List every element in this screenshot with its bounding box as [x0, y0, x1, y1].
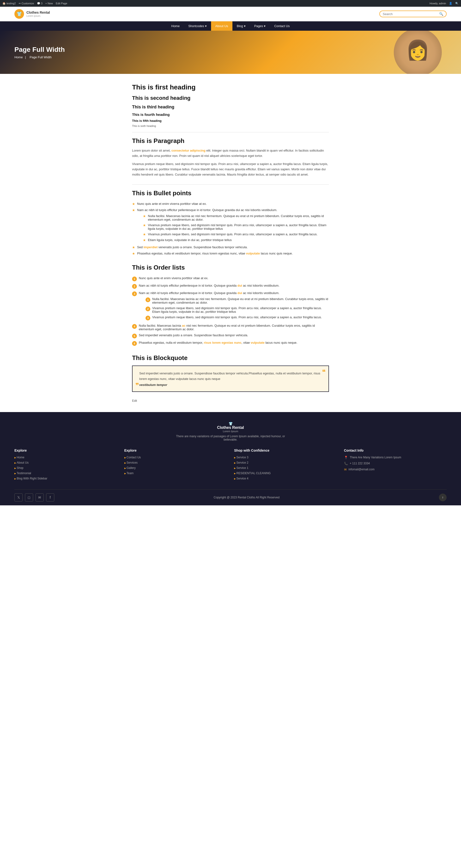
hero-section: Page Full Width Home | Page Full Width	[0, 31, 461, 74]
footer-col-contact: Contact Info 📍 There Are Many Variations…	[344, 448, 447, 482]
para-highlight-link[interactable]: consectetur adipiscing	[171, 149, 205, 152]
search-button[interactable]: 🔍	[439, 12, 443, 16]
order-num-6: 6	[132, 341, 137, 346]
footer-link-gallery[interactable]: Gallery	[124, 466, 227, 470]
order-highlight-2[interactable]: dui	[237, 284, 242, 287]
nav-link-shortcodes[interactable]: Shortcodes ▾	[184, 21, 211, 31]
footer-link-residential[interactable]: RESIDENTIAL CLEANING	[234, 471, 337, 475]
heading-h6: This is sixth heading	[132, 124, 329, 127]
order-sub-num-3: 3	[145, 316, 150, 320]
hero-title: Page Full Width	[15, 46, 65, 54]
bullet-text-1: Nunc quis ante et enim viverra porttitor…	[137, 202, 207, 206]
order-sub-text-3: Vivamus pretium neque libero, sed dignis…	[152, 315, 322, 319]
footer-link-service3[interactable]: Service 3	[234, 456, 337, 459]
nav-item-home[interactable]: Home	[167, 21, 184, 31]
social-facebook[interactable]: f	[46, 493, 54, 501]
nav-item-about[interactable]: About Us	[211, 21, 232, 31]
nav-item-blog[interactable]: Blog ▾	[232, 21, 250, 31]
admin-testing2[interactable]: 🏠 testing2	[2, 2, 16, 5]
order-item-6: 6 Phasellus egestas, nulla et vestibulum…	[132, 340, 329, 347]
footer-link-blog[interactable]: Blog With Right Sidebar	[15, 477, 117, 480]
bullet-sub-2: ★ Vivamus pretium neque libero, sed dign…	[143, 222, 329, 231]
nav-link-pages[interactable]: Pages ▾	[250, 21, 270, 31]
bullet-highlight-3[interactable]: imperdiet	[144, 245, 158, 249]
footer-link-shop[interactable]: Shop	[15, 466, 117, 470]
order-highlight-4[interactable]: ac	[182, 324, 185, 328]
order-num-3: 3	[132, 291, 137, 296]
order-item-5: 5 Sed imperdiet venenatis justo a ornare…	[132, 332, 329, 340]
footer-logo-name: Clothes Rental	[15, 426, 446, 430]
heading-h3: This is third heading	[132, 104, 329, 110]
order-text-6: Phasellus egestas, nulla et vestibulum t…	[139, 341, 297, 344]
order-sub-text-1: Nulla facilisi. Maecenas lacinia ac nisl…	[152, 297, 329, 304]
footer-tagline: There are many variations of passages of…	[171, 435, 290, 441]
footer-link-services[interactable]: Services	[124, 461, 227, 464]
search-input[interactable]	[383, 12, 439, 16]
footer-link-about[interactable]: About Us	[15, 461, 117, 464]
admin-customize[interactable]: ✏ Customize	[19, 2, 34, 5]
bullet-highlight-4[interactable]: vulputate	[246, 252, 260, 255]
admin-comments[interactable]: 💬 3	[37, 2, 42, 5]
heading-h1: This is first heading	[132, 84, 329, 91]
footer-col-title-2: Explore	[124, 448, 227, 452]
bullet-sub-star-4: ★	[143, 238, 146, 242]
nav-link-blog[interactable]: Blog ▾	[232, 21, 250, 31]
social-twitter[interactable]: 𝕏	[15, 493, 23, 501]
bullet-item-4: ★ Phasellus egestas, nulla et vestibulum…	[132, 250, 329, 257]
footer-columns: Explore Home About Us Shop Testimonial B…	[15, 448, 446, 489]
footer-link-home[interactable]: Home	[15, 456, 117, 459]
order-highlight-6b[interactable]: vulputate	[251, 341, 265, 344]
admin-new[interactable]: + New	[46, 2, 53, 5]
back-to-top-button[interactable]: ↑	[439, 494, 446, 501]
footer-bottom: 𝕏 ◻ ✉ f Copyright @ 2023 Rental Cloths A…	[15, 489, 446, 505]
footer-link-service1[interactable]: Service 1	[234, 466, 337, 470]
footer-link-service4[interactable]: Service 4	[234, 477, 337, 480]
nav-item-pages[interactable]: Pages ▾	[250, 21, 270, 31]
nav-item-contact[interactable]: Contact Us	[270, 21, 294, 31]
order-item-3-content: Nam ac nibh id turpis efficitur pellente…	[139, 291, 329, 321]
bullet-sub-text-4: Etiam ligula turpis, vulputate in dui ac…	[148, 238, 232, 242]
footer-link-contact[interactable]: Contact Us	[124, 456, 227, 459]
admin-search-icon[interactable]: 🔍	[455, 2, 459, 5]
hero-image	[394, 31, 442, 74]
section-divider	[132, 132, 329, 132]
order-highlight-6[interactable]: risus lorem egestas nunc	[204, 341, 241, 344]
order-highlight-3[interactable]: dui	[237, 291, 242, 295]
social-instagram[interactable]: ◻	[25, 493, 33, 501]
order-sub-1: 1 Nulla facilisi. Maecenas lacinia ac ni…	[145, 296, 329, 305]
footer-link-service2[interactable]: Service 2	[234, 461, 337, 464]
logo-icon: 👕	[15, 9, 24, 19]
edit-link[interactable]: Edit	[132, 399, 137, 402]
hero-breadcrumb: Home | Page Full Width	[15, 55, 65, 59]
paragraph-section: This is Paragraph Lorem ipsum dolor sit …	[132, 137, 329, 177]
bullet-sub-star-3: ★	[143, 232, 146, 236]
admin-edit-page[interactable]: Edit Page	[56, 2, 67, 5]
footer-link-testimonial[interactable]: Testimonial	[15, 471, 117, 475]
search-box[interactable]: 🔍	[379, 10, 446, 17]
footer-logo-icon: 👕	[229, 422, 233, 426]
admin-avatar: 👤	[449, 2, 452, 5]
order-sub-3: 3 Vivamus pretium neque libero, sed dign…	[145, 314, 329, 321]
email-icon: ✉	[344, 468, 347, 471]
nav-link-home[interactable]: Home	[167, 21, 184, 31]
order-num-4: 4	[132, 324, 137, 329]
order-section: This is Order lists 1 Nunc quis ante et …	[132, 264, 329, 347]
admin-howdy: Howdy, admin	[430, 2, 446, 5]
nav-item-shortcodes[interactable]: Shortcodes ▾	[184, 21, 211, 31]
footer-col-shop: Shop with Confidence Service 3 Service 2…	[234, 448, 337, 482]
para-text-2: Vivamus pretium neque libero, sed dignis…	[132, 161, 329, 177]
order-list: 1 Nunc quis ante et enim viverra porttit…	[132, 275, 329, 347]
bullet-sub-3: ★ Vivamus pretium neque libero, sed dign…	[143, 231, 329, 237]
bullet-sub-text-1: Nulla facilisi. Maecenas lacinia ac nisl…	[148, 214, 329, 221]
contact-phone: 📞 + 111 222 3334	[344, 462, 447, 465]
nav-link-about[interactable]: About Us	[211, 21, 232, 31]
breadcrumb-home[interactable]: Home	[15, 55, 23, 59]
main-content: This is first heading This is second hea…	[122, 84, 339, 402]
logo-tagline: Lorem ipsum.	[26, 14, 50, 17]
nav-link-contact[interactable]: Contact Us	[270, 21, 294, 31]
social-email[interactable]: ✉	[35, 493, 44, 501]
footer-link-team[interactable]: Team	[124, 471, 227, 475]
order-title: This is Order lists	[132, 264, 329, 271]
bullet-section: This is Bullet points ★ Nunc quis ante e…	[132, 189, 329, 257]
bullet-sub-list: ★ Nulla facilisi. Maecenas lacinia ac ni…	[137, 213, 329, 243]
